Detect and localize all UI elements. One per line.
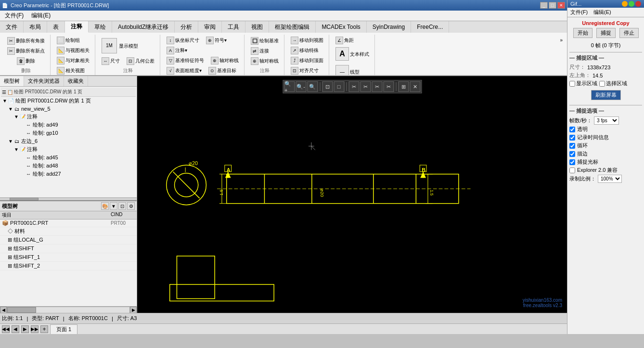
expand-view1[interactable]: ▼	[8, 106, 13, 112]
tree-item-ann1[interactable]: ▼ 📝 注释	[1, 113, 136, 121]
btn-surface-rough[interactable]: √ 表面粗糙度▾	[164, 66, 204, 76]
tab-folder-browser[interactable]: 文件夹浏览器	[24, 76, 64, 86]
btn-symbol[interactable]: ⊕ 符号▾	[204, 36, 229, 45]
model-tree-cols-btn[interactable]: ⊡	[118, 202, 126, 210]
tree-item-ad45[interactable]: ▼ ↔ 绘制: ad45	[1, 154, 136, 162]
tab-file[interactable]: 文件	[0, 21, 24, 33]
page-next-btn[interactable]: ▶	[21, 325, 29, 333]
model-row-prt[interactable]: 📦 PRT0001C.PRT PRT00	[0, 219, 137, 227]
tree-item-view1[interactable]: ▼ 🗂 new_view_5	[1, 105, 136, 113]
model-tree-filter-btn[interactable]: ▼	[110, 202, 117, 210]
tree-expand-all[interactable]: ☰	[2, 90, 6, 95]
scroll-left-btn[interactable]: ◀	[0, 307, 7, 313]
btn-text-style[interactable]: A 文本样式	[333, 46, 372, 63]
tab-analysis[interactable]: 分析	[175, 21, 198, 33]
page-last-btn[interactable]: ▶▶	[31, 325, 39, 333]
tool3-btn[interactable]: ✂	[372, 81, 382, 92]
menu-edit[interactable]: 编辑(E)	[27, 11, 54, 21]
tab-tools[interactable]: 工具	[222, 21, 245, 33]
btn-delete[interactable]: 🗑 删除	[14, 56, 38, 66]
page-tab-1[interactable]: 页面 1	[50, 324, 77, 334]
btn-datum-feature[interactable]: ▽ 基准特征符号	[164, 56, 206, 65]
zoom-in-btn[interactable]: 🔍+	[284, 81, 295, 92]
expand-ann1[interactable]: ▼	[13, 114, 19, 120]
gif-menu-edit[interactable]: 编辑(E)	[591, 8, 614, 17]
btn-move-special[interactable]: ↗ 移动特殊	[288, 46, 321, 55]
tab-table[interactable]: 表	[47, 21, 65, 33]
btn-draw-group[interactable]: ⬜ 绘制组	[54, 36, 82, 45]
btn-stop-record[interactable]: 停止	[619, 28, 639, 38]
tree-item-add27[interactable]: ▼ ↔ 绘制: add27	[1, 170, 136, 178]
zoom-fit-btn[interactable]: 🔍	[307, 81, 318, 92]
tab-model-tree[interactable]: 模型树	[0, 76, 24, 86]
btn-more-ribbon[interactable]: »	[557, 37, 565, 44]
tab-sketch[interactable]: 草绘	[89, 21, 112, 33]
menu-file[interactable]: 文件(F)	[1, 11, 27, 21]
page-add-btn[interactable]: +	[40, 325, 48, 333]
tab-review[interactable]: 审阅	[198, 21, 222, 33]
btn-axis-sym[interactable]: ⊕ 轴对称线	[208, 56, 241, 65]
btn-remove-all-newpts[interactable]: ✂ 删除所有新点	[5, 46, 47, 56]
model-row-shift[interactable]: ⊞ 组SHIFT	[0, 245, 137, 253]
tab-layout[interactable]: 布局	[24, 21, 47, 33]
model-row-material[interactable]: ◇ 材料	[0, 227, 137, 236]
page-prev-btn[interactable]: ◀	[12, 325, 19, 333]
btn-connect[interactable]: ⇌ 连接	[248, 46, 271, 56]
left-panel-hscroll[interactable]: ◀ ▶	[0, 306, 137, 313]
tree-item-ad48[interactable]: ▼ ↔ 绘制: ad48	[1, 162, 136, 170]
btn-refresh-screen[interactable]: 刷新屏幕	[591, 90, 621, 100]
btn-line-style[interactable]: — 线型	[333, 64, 362, 76]
model-row-shift1[interactable]: ⊞ 组SHIFT_1	[0, 253, 137, 262]
btn-start-record[interactable]: 开始	[573, 28, 592, 38]
gif-close-btn[interactable]	[635, 1, 641, 7]
tab-syindrawing[interactable]: SyinDrawing	[367, 21, 411, 33]
record-time-checkbox[interactable]	[569, 135, 575, 141]
btn-move-to-top[interactable]: ⤴ 移动到顶面	[288, 56, 326, 65]
loop-checkbox[interactable]	[569, 143, 575, 149]
expand-root[interactable]: ▼	[2, 98, 8, 104]
maximize-button[interactable]: □	[549, 2, 556, 9]
window-btn[interactable]: □	[334, 81, 344, 92]
tab-view[interactable]: 视图	[245, 21, 269, 33]
btn-remove-all-angles[interactable]: ✂ 删除所有角接	[5, 36, 47, 46]
select-region-checkbox[interactable]	[599, 81, 605, 87]
model-row-local-g[interactable]: ⊞ 组LOCAL_G	[0, 236, 137, 245]
btn-related-to-obj[interactable]: 📐 与对象相关	[54, 56, 92, 65]
hscroll-track[interactable]	[7, 307, 130, 313]
expand-ad49[interactable]: ▼	[19, 122, 25, 128]
record-scale-select[interactable]: 100% 75% 50%	[598, 175, 622, 183]
tree-item-view2[interactable]: ▼ 🗂 左边_6	[1, 137, 136, 145]
tab-mcadex[interactable]: MCADEx Tools	[316, 21, 366, 33]
cursor-border-checkbox[interactable]	[569, 151, 575, 157]
expand-view2[interactable]: ▼	[8, 139, 13, 144]
tree-item-ad49[interactable]: ▼ ↔ 绘制: ad49	[1, 121, 136, 129]
tool1-btn[interactable]: ✂	[348, 81, 359, 92]
btn-related-to-view[interactable]: 📐 与视图相关	[54, 46, 92, 55]
capture-cursor-checkbox[interactable]	[569, 159, 575, 165]
tab-freecre[interactable]: FreeCre...	[411, 21, 449, 33]
page-first-btn[interactable]: ◀◀	[2, 325, 10, 333]
grid-btn[interactable]: ⊞	[398, 81, 409, 92]
expand-gp10[interactable]: ▼	[19, 130, 25, 136]
tool2-btn[interactable]: ✂	[360, 81, 371, 92]
model-row-shift2[interactable]: ⊞ 组SHIFT_2	[0, 262, 137, 271]
transparent-checkbox[interactable]	[569, 127, 575, 132]
gif-menu-file[interactable]: 文件(F)	[567, 8, 591, 17]
close-button[interactable]: ✕	[557, 2, 565, 9]
expand-ann2[interactable]: ▼	[13, 147, 19, 153]
tab-autobuildz[interactable]: AutobuildZ继承迁移	[112, 21, 175, 33]
btn-geotol[interactable]: ⊡ 几何公差	[124, 56, 157, 66]
gif-minimize-btn[interactable]	[622, 1, 628, 7]
btn-capture[interactable]: 捕捉	[596, 28, 616, 38]
btn-axis-sym2[interactable]: ⊕ 轴对称线	[248, 56, 281, 66]
tab-annotation[interactable]: 注释	[65, 21, 89, 33]
tab-frame-edit[interactable]: 框架绘图编辑	[269, 21, 316, 33]
btn-angle-dist[interactable]: ∠ 角距	[333, 36, 356, 45]
btn-draw-datum[interactable]: 🔲 绘制基准	[248, 36, 281, 46]
tree-item-ann2[interactable]: ▼ 📝 注释	[1, 145, 136, 154]
zoom-out-btn[interactable]: 🔍-	[296, 81, 306, 92]
btn-show-model[interactable]: 1M 显示模型	[99, 37, 141, 56]
btn-datum-target[interactable]: ⊙ 基准目标	[206, 66, 239, 76]
show-region-checkbox[interactable]	[569, 81, 575, 87]
model-tree-settings-btn[interactable]: ⚙	[127, 202, 135, 210]
